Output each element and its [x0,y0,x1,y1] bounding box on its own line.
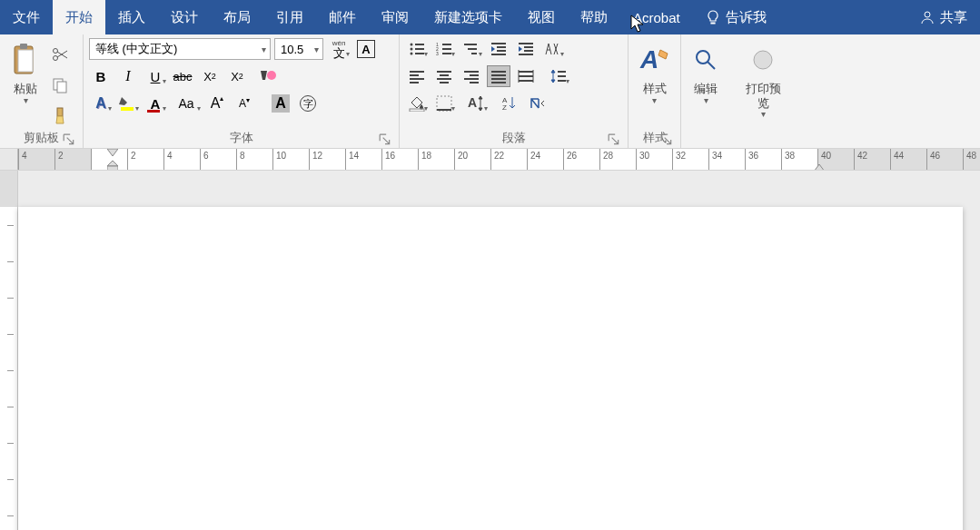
highlight-button[interactable] [116,93,140,114]
styles-icon: A [638,44,671,75]
italic-button[interactable]: I [116,65,140,87]
ribbon: 粘贴 ▾ 剪贴板 等线 (中文正文) [0,34,980,149]
right-indent-marker[interactable] [814,164,825,170]
numbering-button[interactable]: 123 [432,38,456,60]
align-right-button[interactable] [460,65,483,87]
svg-rect-50 [519,75,533,77]
svg-rect-56 [437,96,451,111]
share-button[interactable]: 共享 [907,0,980,34]
group-paragraph: 123 A AZ [400,34,629,148]
document-area [0,171,980,530]
align-left-icon [409,69,425,83]
tab-home[interactable]: 开始 [53,0,105,34]
cut-button[interactable] [49,44,71,65]
format-painter-button[interactable] [49,105,71,127]
shrink-font-button[interactable]: A▾ [233,93,256,114]
char-scale-icon: A [468,96,486,111]
hanging-indent-marker[interactable] [107,161,118,170]
svg-rect-9 [121,107,134,111]
line-spacing-button[interactable] [547,65,570,87]
tab-acrobat[interactable]: Acrobat [620,0,693,34]
document-page[interactable] [18,207,963,530]
svg-rect-55 [410,109,424,112]
font-name-select[interactable]: 等线 (中文正文) [89,38,271,60]
change-case-button[interactable]: Aa [171,93,202,114]
borders-icon [436,95,452,112]
tab-design[interactable]: 设计 [158,0,211,34]
bold-button[interactable]: B [89,65,113,87]
highlighter-icon [119,94,137,113]
tab-references[interactable]: 引用 [263,0,316,34]
align-left-button[interactable] [405,65,429,87]
dialog-launcher-icon[interactable] [379,133,391,146]
tab-help[interactable]: 帮助 [568,0,620,34]
first-line-indent-marker[interactable] [107,149,118,156]
sort-button[interactable]: AZ [498,93,521,114]
align-right-icon [463,69,480,83]
styles-button[interactable]: A 样式 ▾ [633,38,677,109]
asian-layout-icon [545,42,561,56]
phonetic-guide-button[interactable]: wén 文 [327,38,351,60]
tell-me[interactable]: 告诉我 [693,0,779,34]
circle-icon [750,47,776,73]
svg-rect-34 [410,74,419,76]
character-shading-button[interactable]: A [269,93,292,114]
character-scaling-button[interactable]: A [465,93,489,114]
tell-me-label: 告诉我 [726,9,767,26]
svg-rect-28 [491,54,506,55]
dialog-launcher-icon[interactable] [660,133,673,146]
show-marks-button[interactable] [525,93,549,114]
shading-button[interactable] [405,93,429,114]
svg-rect-38 [440,74,449,76]
svg-rect-35 [410,78,424,80]
print-preview-button[interactable]: 打印预览 ▾ [736,38,790,123]
editing-label: 编辑 [694,82,718,96]
svg-rect-52 [558,71,566,73]
dialog-launcher-icon[interactable] [608,133,620,146]
sort-icon: AZ [501,95,518,112]
tab-layout[interactable]: 布局 [211,0,263,34]
underline-button[interactable]: U [144,65,167,87]
superscript-button[interactable]: X2 [225,65,249,87]
paste-button[interactable]: 粘贴 ▾ [5,38,45,109]
enclose-characters-button[interactable]: 字 [296,93,320,114]
decrease-indent-button[interactable] [487,38,510,60]
group-clipboard: 粘贴 ▾ 剪贴板 [0,34,84,148]
bullets-button[interactable] [405,38,429,60]
svg-rect-22 [464,44,477,45]
svg-text:Z: Z [502,103,507,112]
tab-view[interactable]: 视图 [515,0,568,34]
asian-layout-button[interactable] [541,38,565,60]
multilevel-list-button[interactable] [460,38,483,60]
tab-newtab[interactable]: 新建选项卡 [421,0,515,34]
distribute-button[interactable] [514,65,538,87]
font-color-button[interactable]: A [144,93,167,114]
tab-insert[interactable]: 插入 [105,0,158,34]
justify-icon [490,69,507,83]
tab-mailings[interactable]: 邮件 [316,0,369,34]
strikethrough-button[interactable]: abc [171,65,194,87]
group-styles: A 样式 ▾ 样式 [629,34,681,148]
copy-button[interactable] [49,74,71,96]
borders-button[interactable] [432,93,456,114]
tab-review[interactable]: 审阅 [369,0,421,34]
svg-rect-8 [57,108,63,116]
svg-rect-11 [415,44,424,45]
lightbulb-icon [706,10,720,25]
font-size-select[interactable]: 10.5 [274,38,323,60]
justify-button[interactable] [487,65,510,87]
ruler-scale[interactable]: 4 2 2 4 6 8 10 12 14 16 18 20 22 24 26 2… [18,149,980,170]
increase-indent-button[interactable] [514,38,538,60]
text-effects-button[interactable]: A [89,93,113,114]
character-border-button[interactable]: A [354,38,378,60]
tab-file[interactable]: 文件 [0,0,53,34]
subscript-button[interactable]: X2 [198,65,222,87]
clear-formatting-button[interactable] [252,65,283,87]
align-center-button[interactable] [432,65,456,87]
svg-rect-30 [524,46,533,48]
svg-point-4 [54,56,58,61]
vertical-ruler[interactable] [0,171,18,530]
editing-button[interactable]: 编辑 ▾ [688,38,724,109]
grow-font-button[interactable]: A▴ [205,93,229,114]
dialog-launcher-icon[interactable] [63,133,75,146]
